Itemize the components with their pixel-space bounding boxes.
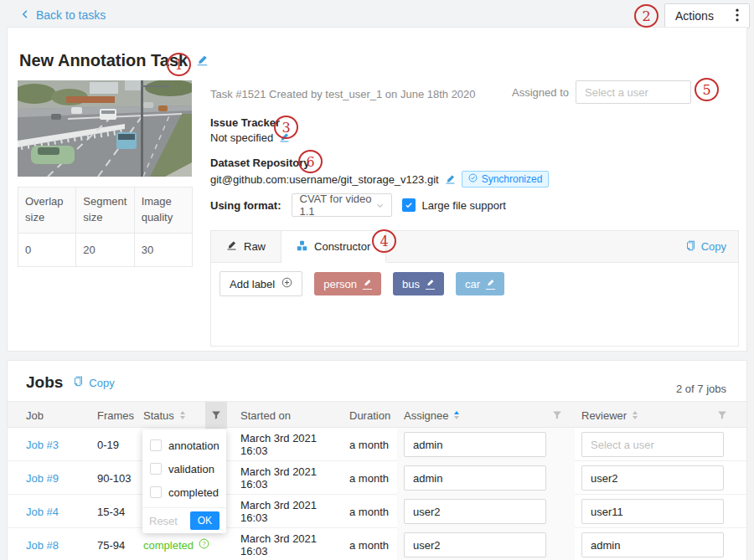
assigned-to-input[interactable] [576,80,691,104]
assignee-input[interactable] [404,499,546,524]
dataset-repository-label: Dataset Repository [210,157,309,169]
actions-label: Actions [675,9,714,23]
column-header-started: Started on [234,402,343,429]
assigned-to-label: Assigned to [512,86,569,99]
duration-value: a month [343,439,397,451]
copy-icon [73,376,84,389]
assignee-filter-icon[interactable] [546,402,568,429]
job-link[interactable]: Job #3 [26,439,97,451]
edit-repository-icon[interactable] [445,174,456,185]
task-meta: Task #1521 Created by test_user_1 on Jun… [210,88,476,100]
large-file-support-checkbox[interactable] [402,198,416,212]
sync-status-badge: Synchronized [462,171,550,188]
kebab-menu-icon [736,8,739,24]
column-header-assignee[interactable]: Assignee [397,402,575,429]
chevron-left-icon [20,8,30,22]
reviewer-input[interactable] [581,532,724,557]
frames-value: 90-103 [97,472,143,485]
edit-label-icon[interactable] [426,279,435,290]
svg-text:?: ? [202,540,205,547]
edit-label-icon[interactable] [486,279,495,290]
tab-raw[interactable]: Raw [211,231,281,262]
annotation-marker-1: 1 [167,53,191,76]
assignee-input[interactable] [404,432,546,457]
filter-option-annotation[interactable]: annotation [142,434,226,457]
job-link[interactable]: Job #8 [26,539,97,552]
reviewer-input[interactable] [581,465,724,491]
param-header-quality: Image quality [134,188,192,234]
annotation-marker-3: 3 [274,116,298,139]
param-header-overlap: Overlap size [18,188,76,234]
annotation-marker-4: 4 [372,229,396,253]
issue-tracker-value: Not specified [210,131,273,144]
copy-jobs-link[interactable]: Copy [73,376,114,389]
assignee-input[interactable] [404,532,546,557]
filter-ok-button[interactable]: OK [190,511,219,530]
label-chip-person[interactable]: person [314,272,381,295]
frames-value: 0-19 [97,439,143,451]
back-to-tasks-label: Back to tasks [36,8,106,22]
format-select-value: CVAT for video 1.1 [300,193,376,218]
column-header-frames: Frames [97,402,143,429]
pencil-icon [226,240,237,254]
table-row: Job #3 0-19 March 3rd 2021 16:03 a month [8,428,746,461]
job-link[interactable]: Job #9 [26,472,97,485]
labels-editor: Raw Constructor Copy [210,230,739,347]
dataset-repository-url: git@github.com:username/git_storage_v123… [210,173,439,186]
actions-button[interactable]: Actions [664,3,750,28]
task-details-card: New Annotation Task [7,27,747,352]
edit-title-icon[interactable] [196,54,209,67]
task-params-table: Overlap size Segment size Image quality … [18,187,193,267]
jobs-count: 2 of 7 jobs [676,383,726,395]
started-value: March 3rd 2021 16:03 [234,432,343,457]
chevron-down-icon [376,199,384,212]
sync-status-label: Synchronized [482,173,543,185]
assignee-input[interactable] [404,465,546,491]
copy-jobs-label: Copy [89,377,114,389]
format-select[interactable]: CVAT for video 1.1 [292,193,392,217]
checkbox-unchecked[interactable] [150,463,162,475]
label-chip-bus[interactable]: bus [393,272,444,295]
param-value-overlap: 0 [18,233,76,266]
column-header-reviewer[interactable]: Reviewer [575,402,740,429]
copy-icon [685,240,696,254]
job-link[interactable]: Job #4 [26,506,97,518]
tab-raw-label: Raw [244,240,266,253]
check-circle-icon [468,173,478,185]
copy-labels-link[interactable]: Copy [685,231,726,262]
sort-icon-active-asc[interactable] [454,411,459,419]
plus-circle-icon [281,277,292,290]
tab-constructor[interactable]: Constructor [281,231,386,262]
filter-reset-button[interactable]: Reset [149,515,178,527]
table-row: Job #4 15-34 March 3rd 2021 16:03 a mont… [8,495,746,528]
add-label-text: Add label [230,278,275,290]
sort-icon[interactable] [633,411,638,419]
status-filter-icon[interactable] [205,402,227,429]
filter-option-completed[interactable]: completed [142,480,226,504]
checkbox-unchecked[interactable] [150,486,162,498]
label-chip-car[interactable]: car [456,272,504,295]
reviewer-input[interactable] [581,499,724,524]
frames-value: 15-34 [97,506,143,518]
label-chip-person-text: person [323,278,357,290]
duration-value: a month [343,539,397,552]
column-header-job: Job [26,402,97,429]
sort-icon[interactable] [180,411,185,419]
column-header-status[interactable]: Status [143,402,234,429]
frames-value: 75-94 [97,539,143,552]
add-label-button[interactable]: Add label [219,271,302,296]
annotation-marker-2: 2 [634,4,658,28]
status-filter-dropdown: annotation validation completed Reset OK [142,429,226,533]
filter-option-validation[interactable]: validation [142,457,226,480]
checkbox-unchecked[interactable] [150,439,162,451]
label-chip-car-text: car [465,278,480,290]
edit-label-icon[interactable] [363,279,372,290]
column-header-duration: Duration [343,402,397,429]
back-to-tasks-link[interactable]: Back to tasks [20,8,106,22]
reviewer-input[interactable] [581,432,724,457]
tab-constructor-label: Constructor [314,240,370,253]
annotation-marker-6: 6 [298,150,323,173]
status-value: completed ? [143,538,234,552]
jobs-table-body: Job #3 0-19 March 3rd 2021 16:03 a month… [8,428,746,560]
reviewer-filter-icon[interactable] [711,402,733,429]
